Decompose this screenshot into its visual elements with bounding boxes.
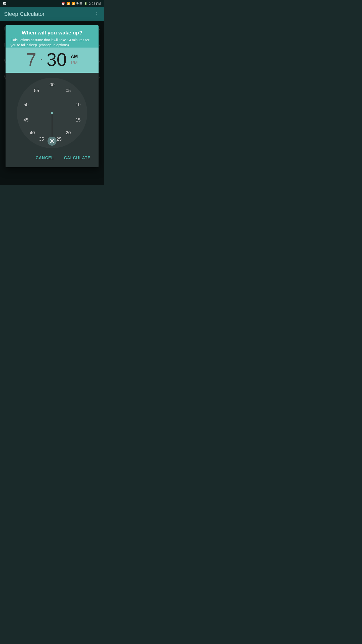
clock-35[interactable]: 35 [39, 136, 44, 142]
status-icons: ⏰ 📶 📶 94% 🔋 [61, 2, 87, 5]
time-period-pm[interactable]: PM [71, 60, 78, 65]
clock-10[interactable]: 10 [76, 102, 81, 107]
battery-icon: 🔋 [84, 2, 87, 5]
clock-25[interactable]: 25 [57, 136, 62, 142]
menu-button[interactable]: ⋮ [94, 11, 100, 17]
dialog-actions: CANCEL CALCULATE [6, 151, 99, 167]
time-period-am[interactable]: AM [71, 54, 78, 59]
time-period-selector[interactable]: AM PM [71, 54, 78, 65]
clock-55[interactable]: 55 [34, 88, 39, 93]
clock-05[interactable]: 05 [66, 88, 71, 93]
app-toolbar: Sleep Calculator ⋮ [0, 7, 104, 21]
time-colon: · [39, 51, 44, 66]
clock-40[interactable]: 40 [30, 130, 35, 135]
signal-icon: 📶 [71, 2, 75, 5]
time-hour[interactable]: 7 [26, 51, 36, 69]
wake-time-dialog: When will you wake up? Calculations assu… [6, 25, 99, 167]
clock-20[interactable]: 20 [66, 130, 71, 135]
status-bar: 🖼 ⏰ 📶 📶 94% 🔋 2:28 PM [0, 0, 104, 7]
dialog-title: When will you wake up? [11, 30, 94, 36]
clock-area[interactable]: 00 05 10 15 20 25 30 35 40 45 50 55 [6, 73, 99, 151]
clock-45[interactable]: 45 [23, 117, 28, 123]
wifi-icon: 📶 [66, 2, 70, 5]
clock-00[interactable]: 00 [50, 82, 55, 88]
clock-face[interactable]: 00 05 10 15 20 25 30 35 40 45 50 55 [17, 78, 87, 148]
dialog-subtitle: Calculations assume that it will take 14… [11, 38, 94, 48]
status-time: 2:28 PM [89, 2, 101, 6]
alarm-icon: ⏰ [61, 2, 65, 5]
time-display[interactable]: 7 · 30 AM PM [6, 48, 99, 73]
time-minute[interactable]: 30 [47, 51, 67, 69]
calculate-button[interactable]: CALCULATE [60, 153, 95, 163]
clock-center [51, 112, 53, 114]
status-bar-left-icon: 🖼 [3, 1, 6, 6]
app-title: Sleep Calculator [4, 11, 44, 17]
clock-15[interactable]: 15 [76, 117, 81, 123]
clock-hand [52, 113, 52, 138]
clock-50[interactable]: 50 [23, 102, 28, 107]
cancel-button[interactable]: CANCEL [32, 153, 58, 163]
dialog-header: When will you wake up? Calculations assu… [6, 25, 99, 48]
battery-text: 94% [76, 2, 82, 5]
